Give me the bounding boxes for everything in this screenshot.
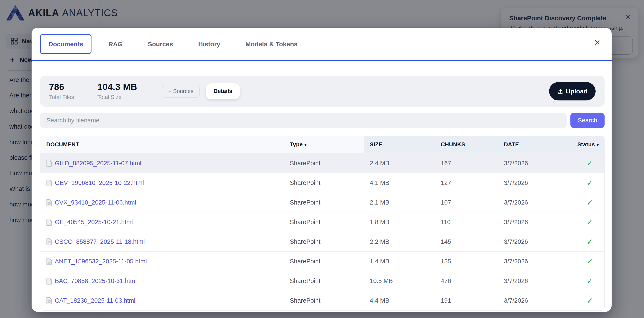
total-files-value: 786	[49, 82, 74, 92]
tab-label: RAG	[108, 40, 122, 48]
search-input[interactable]	[40, 112, 567, 128]
document-chunks: 145	[441, 238, 504, 245]
file-icon	[46, 278, 52, 284]
tab-rag[interactable]: RAG	[100, 34, 131, 54]
document-link[interactable]: GEV_1996810_2025-10-22.html	[55, 179, 144, 186]
document-cell: ANET_1596532_2025-11-05.html	[40, 258, 290, 265]
document-date: 3/7/2026	[504, 297, 575, 304]
sort-arrow-icon: ▾	[304, 143, 307, 147]
table-row[interactable]: CSCO_858877_2025-11-18.html SharePoint 2…	[40, 232, 604, 252]
document-date: 3/7/2026	[504, 160, 575, 167]
document-link[interactable]: CVX_93410_2025-11-06.html	[55, 199, 136, 206]
document-type: SharePoint	[290, 258, 370, 265]
document-date: 3/7/2026	[504, 258, 575, 265]
tab-models-tokens[interactable]: Models & Tokens	[237, 34, 306, 54]
stat-total-files: 786 Total Files	[49, 82, 74, 100]
search-button[interactable]: Search	[570, 112, 604, 128]
stats-card: 786 Total Files 104.3 MB Total Size + So…	[40, 76, 604, 107]
document-link[interactable]: BAC_70858_2025-10-31.html	[55, 278, 137, 284]
document-size: 2.4 MB	[370, 160, 441, 167]
document-date: 3/7/2026	[504, 238, 575, 245]
document-size: 1.8 MB	[370, 218, 441, 226]
tab-label: Sources	[148, 40, 173, 48]
document-cell: CVX_93410_2025-11-06.html	[40, 199, 290, 206]
search-row: Search	[40, 112, 604, 128]
modal-close-icon[interactable]: ✕	[594, 39, 600, 46]
document-cell: GEV_1996810_2025-10-22.html	[40, 179, 290, 186]
document-link[interactable]: GILD_882095_2025-11-07.html	[55, 160, 142, 167]
document-cell: CAT_18230_2025-11-03.html	[40, 297, 290, 304]
tab-label: Models & Tokens	[246, 40, 298, 48]
document-type: SharePoint	[290, 179, 370, 186]
table-row[interactable]: GILD_882095_2025-11-07.html SharePoint 2…	[40, 153, 604, 173]
total-files-label: Total Files	[49, 94, 74, 100]
document-link[interactable]: ANET_1596532_2025-11-05.html	[55, 258, 147, 265]
sort-arrow-icon: ▾	[597, 143, 599, 147]
document-date: 3/7/2026	[504, 218, 575, 226]
status-check-icon: ✓	[575, 178, 604, 188]
document-cell: GE_40545_2025-10-21.html	[40, 218, 290, 226]
tab-label: History	[198, 40, 220, 48]
file-icon	[46, 219, 52, 226]
document-chunks: 107	[441, 199, 504, 206]
table-row[interactable]: GEV_1996810_2025-10-22.html SharePoint 4…	[40, 173, 604, 192]
document-size: 2.2 MB	[370, 238, 441, 245]
tab-documents[interactable]: Documents	[40, 34, 92, 54]
document-size: 2.1 MB	[370, 199, 441, 206]
upload-button-label: Upload	[566, 88, 588, 95]
file-icon	[46, 160, 52, 166]
document-link[interactable]: CSCO_858877_2025-11-18.html	[55, 238, 145, 245]
table-row[interactable]: CAT_18230_2025-11-03.html SharePoint 4.4…	[40, 291, 604, 310]
column-header-type-label: Type	[290, 141, 303, 148]
status-check-icon: ✓	[575, 296, 604, 305]
document-link[interactable]: GE_40545_2025-10-21.html	[55, 218, 133, 226]
document-chunks: 135	[441, 258, 504, 265]
column-header-date[interactable]: DATE	[504, 141, 575, 148]
status-check-icon: ✓	[575, 276, 604, 286]
documents-modal: DocumentsRAGSourcesHistoryModels & Token…	[32, 28, 612, 312]
document-date: 3/7/2026	[504, 199, 575, 206]
document-type: SharePoint	[290, 218, 370, 226]
add-sources-button[interactable]: + Sources	[162, 85, 200, 98]
document-cell: CSCO_858877_2025-11-18.html	[40, 238, 290, 245]
document-table-body: GILD_882095_2025-11-07.html SharePoint 2…	[40, 153, 604, 310]
table-row[interactable]: GE_40545_2025-10-21.html SharePoint 1.8 …	[40, 212, 604, 232]
document-cell: GILD_882095_2025-11-07.html	[40, 160, 290, 167]
document-type: SharePoint	[290, 238, 370, 245]
table-row[interactable]: CVX_93410_2025-11-06.html SharePoint 2.1…	[40, 192, 604, 212]
document-size: 4.1 MB	[370, 179, 441, 186]
upload-button[interactable]: Upload	[549, 82, 596, 100]
document-type: SharePoint	[290, 278, 370, 284]
status-check-icon: ✓	[575, 159, 604, 168]
column-header-document[interactable]: DOCUMENT	[40, 141, 290, 148]
total-size-label: Total Size	[98, 94, 137, 100]
document-size: 10.5 MB	[370, 278, 441, 284]
file-icon	[46, 199, 52, 206]
tab-sources[interactable]: Sources	[140, 34, 181, 54]
document-type: SharePoint	[290, 199, 370, 206]
column-header-chunks[interactable]: CHUNKS	[441, 141, 504, 148]
modal-tabs: DocumentsRAGSourcesHistoryModels & Token…	[32, 28, 612, 61]
document-chunks: 110	[441, 218, 504, 226]
column-header-size[interactable]: SIZE	[370, 141, 441, 148]
document-date: 3/7/2026	[504, 179, 575, 186]
status-check-icon: ✓	[575, 238, 604, 246]
document-link[interactable]: CAT_18230_2025-11-03.html	[55, 297, 136, 304]
table-row[interactable]: ANET_1596532_2025-11-05.html SharePoint …	[40, 252, 604, 271]
column-header-type[interactable]: Type▾	[290, 141, 370, 148]
table-header-row: DOCUMENT Type▾ SIZE CHUNKS DATE Status▾	[40, 136, 604, 153]
document-date: 3/7/2026	[504, 278, 575, 284]
document-type: SharePoint	[290, 297, 370, 304]
tab-label: Documents	[48, 40, 83, 48]
status-check-icon: ✓	[575, 198, 604, 207]
document-size: 1.4 MB	[370, 258, 441, 265]
upload-icon	[557, 88, 564, 94]
column-header-status[interactable]: Status▾	[575, 141, 604, 148]
file-icon	[46, 258, 52, 265]
details-button[interactable]: Details	[206, 84, 240, 99]
file-icon	[46, 238, 52, 245]
tab-history[interactable]: History	[190, 34, 228, 54]
file-icon	[46, 180, 52, 186]
table-row[interactable]: BAC_70858_2025-10-31.html SharePoint 10.…	[40, 271, 604, 291]
documents-table: DOCUMENT Type▾ SIZE CHUNKS DATE Status▾ …	[40, 136, 604, 310]
